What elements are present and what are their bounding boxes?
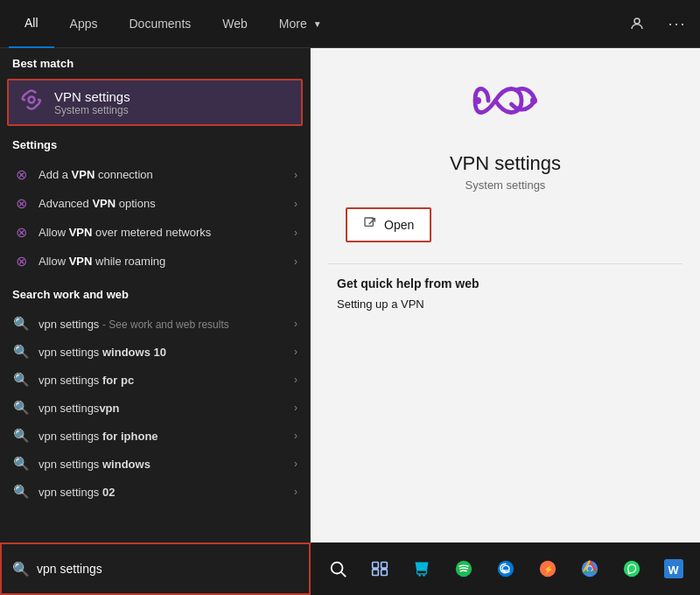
- divider: [328, 263, 682, 264]
- search-icon-5: 🔍: [12, 428, 30, 444]
- taskbar-gamepass-icon[interactable]: ⚡: [529, 550, 566, 587]
- web-item-4[interactable]: 🔍 vpn settingsvpn ›: [0, 394, 310, 422]
- web-item-7[interactable]: 🔍 vpn settings 02 ›: [0, 478, 310, 506]
- open-button[interactable]: Open: [347, 209, 430, 241]
- web-item-1[interactable]: 🔍 vpn settings - See work and web result…: [0, 310, 310, 338]
- taskbar: 🔍: [0, 542, 700, 595]
- best-match-subtitle: System settings: [54, 104, 130, 116]
- web-items: 🔍 vpn settings - See work and web result…: [0, 306, 310, 509]
- vpn-settings-icon: [19, 88, 44, 117]
- open-icon: [363, 216, 377, 234]
- tab-documents[interactable]: Documents: [113, 0, 206, 48]
- taskbar-task-view-icon[interactable]: [361, 550, 398, 587]
- svg-line-6: [341, 572, 346, 577]
- svg-point-11: [418, 574, 421, 577]
- svg-point-3: [530, 97, 537, 104]
- taskbar-whatsapp-icon[interactable]: [613, 550, 650, 587]
- search-icon-6: 🔍: [12, 456, 30, 472]
- list-item-advanced-vpn[interactable]: ⊗ Advanced VPN options ›: [0, 189, 310, 218]
- vpn-icon-1: ⊗: [12, 166, 30, 183]
- svg-point-12: [423, 574, 425, 577]
- taskbar-search-icon[interactable]: [319, 550, 356, 587]
- account-icon[interactable]: [623, 10, 651, 38]
- quick-help-title: Get quick help from web: [337, 276, 480, 290]
- web-section-label: Search work and web: [0, 279, 310, 306]
- arrow-web-7: ›: [294, 486, 298, 498]
- taskbar-spotify-icon[interactable]: [445, 550, 482, 587]
- arrow-icon-4: ›: [294, 256, 298, 268]
- taskbar-word-icon[interactable]: W: [655, 550, 692, 587]
- open-button-wrapper: Open: [346, 207, 431, 242]
- vpn-icon-3: ⊗: [12, 224, 30, 241]
- svg-rect-7: [372, 563, 378, 569]
- svg-point-1: [29, 97, 35, 103]
- more-options-icon[interactable]: ···: [663, 10, 691, 38]
- svg-text:⚡: ⚡: [542, 564, 553, 575]
- tab-all[interactable]: All: [9, 0, 54, 48]
- svg-point-13: [455, 561, 471, 577]
- svg-point-0: [634, 18, 640, 24]
- svg-rect-10: [381, 570, 387, 576]
- tab-apps[interactable]: Apps: [54, 0, 114, 48]
- svg-rect-9: [372, 570, 378, 576]
- chevron-down-icon: ▼: [313, 19, 322, 29]
- arrow-web-3: ›: [294, 374, 298, 386]
- arrow-icon-1: ›: [294, 169, 298, 181]
- taskbar-edge-icon[interactable]: [487, 550, 524, 587]
- svg-rect-8: [381, 563, 387, 569]
- search-icon-2: 🔍: [12, 344, 30, 360]
- svg-point-5: [331, 563, 342, 574]
- arrow-web-4: ›: [294, 402, 298, 414]
- arrow-web-5: ›: [294, 430, 298, 442]
- web-item-3[interactable]: 🔍 vpn settings for pc ›: [0, 366, 310, 394]
- taskbar-store-icon[interactable]: [403, 550, 440, 587]
- best-match-label: Best match: [0, 48, 310, 75]
- right-vpn-title: VPN settings: [450, 152, 561, 175]
- web-item-5[interactable]: 🔍 vpn settings for iphone ›: [0, 422, 310, 450]
- arrow-icon-3: ›: [294, 227, 298, 239]
- tab-more[interactable]: More ▼: [263, 0, 338, 48]
- svg-point-20: [623, 561, 639, 577]
- vpn-icon-2: ⊗: [12, 195, 30, 212]
- web-item-2[interactable]: 🔍 vpn settings windows 10 ›: [0, 338, 310, 366]
- tab-web[interactable]: Web: [206, 0, 263, 48]
- search-box: 🔍: [0, 542, 311, 595]
- list-item-add-vpn[interactable]: ⊗ Add a VPN connection ›: [0, 160, 310, 189]
- arrow-web-6: ›: [294, 458, 298, 470]
- vpn-icon-4: ⊗: [12, 253, 30, 270]
- search-icon-4: 🔍: [12, 400, 30, 416]
- search-icon-1: 🔍: [12, 316, 30, 332]
- arrow-web-1: ›: [294, 318, 298, 330]
- top-nav: All Apps Documents Web More ▼ ···: [0, 0, 700, 48]
- taskbar-icons: ⚡ W: [311, 550, 700, 587]
- right-panel: VPN settings System settings Open Get qu…: [311, 48, 700, 542]
- vpn-large-icon: [471, 74, 541, 138]
- quick-help-link[interactable]: Setting up a VPN: [337, 298, 424, 311]
- taskbar-chrome-icon[interactable]: [571, 550, 608, 587]
- search-icon-7: 🔍: [12, 484, 30, 500]
- list-item-vpn-roaming[interactable]: ⊗ Allow VPN while roaming ›: [0, 247, 310, 276]
- svg-text:W: W: [668, 564, 679, 577]
- best-match-title: VPN settings: [54, 89, 130, 104]
- main-area: Best match VPN settings System settings …: [0, 48, 700, 542]
- best-match-item[interactable]: VPN settings System settings: [7, 79, 303, 126]
- search-icon-3: 🔍: [12, 372, 30, 388]
- web-item-6[interactable]: 🔍 vpn settings windows ›: [0, 450, 310, 478]
- left-panel: Best match VPN settings System settings …: [0, 48, 311, 542]
- settings-items: ⊗ Add a VPN connection › ⊗ Advanced VPN …: [0, 157, 310, 279]
- right-vpn-subtitle: System settings: [466, 178, 546, 192]
- search-input[interactable]: [37, 562, 298, 576]
- arrow-web-2: ›: [294, 346, 298, 358]
- svg-point-2: [474, 97, 481, 104]
- search-icon-taskbar: 🔍: [12, 561, 30, 578]
- list-item-vpn-metered[interactable]: ⊗ Allow VPN over metered networks ›: [0, 218, 310, 247]
- settings-section-label: Settings: [0, 130, 310, 157]
- svg-point-19: [587, 566, 592, 571]
- arrow-icon-2: ›: [294, 198, 298, 210]
